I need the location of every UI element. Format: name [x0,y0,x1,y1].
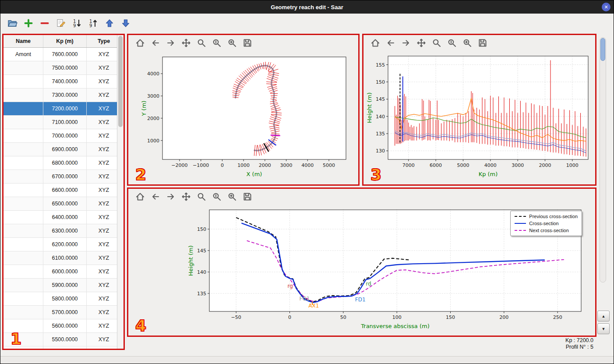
zoom-button[interactable] [431,37,442,49]
table-cell[interactable]: 6900.0000 [43,143,87,156]
table-cell[interactable]: XYZ [87,251,117,265]
table-cell[interactable]: XYZ [87,129,117,143]
forward-button[interactable] [165,191,176,202]
table-cell[interactable]: XYZ [87,170,117,184]
table-cell[interactable]: 6000.0000 [43,265,87,279]
table-row[interactable]: 5900.0000XYZ [4,279,117,292]
edit-cross-section-button[interactable] [54,17,67,30]
table-cell[interactable]: 5900.0000 [43,279,87,292]
table-row[interactable]: 6800.0000XYZ [4,156,117,170]
table-cell[interactable]: 7100.0000 [43,116,87,129]
table-cell[interactable]: XYZ [87,211,117,224]
table-cell[interactable]: XYZ [87,238,117,251]
move-up-button[interactable] [103,17,116,30]
table-cell[interactable]: XYZ [87,306,117,319]
profile-down-button[interactable]: ▼ [597,323,610,334]
home-button[interactable] [370,37,381,49]
table-row[interactable]: 5800.0000XYZ [4,292,117,306]
table-cell[interactable] [4,346,43,349]
table-cell[interactable]: XYZ [87,292,117,306]
zoom-one-button[interactable] [446,37,458,49]
pan-button[interactable] [416,37,427,49]
table-row[interactable]: 6400.0000XYZ [4,211,117,224]
open-button[interactable] [6,17,19,30]
table-cell[interactable] [4,224,43,238]
move-down-button[interactable] [119,17,132,30]
zoom-button[interactable] [196,191,207,202]
table-row[interactable]: 7500.0000XYZ [4,61,117,75]
plan-plot[interactable]: −2000−1000010002000300040005000100020003… [128,51,358,182]
add-cross-section-button[interactable] [22,17,35,30]
sort-descending-button[interactable]: 19 [71,17,84,30]
table-cell[interactable]: XYZ [87,102,117,116]
table-cell[interactable]: 7400.0000 [43,75,87,88]
column-header-type[interactable]: Type [87,35,117,48]
save-button[interactable] [477,37,488,49]
table-cell[interactable]: XYZ [87,197,117,211]
table-cell[interactable]: Amont [4,48,43,61]
table-cell[interactable]: XYZ [87,61,117,75]
home-button[interactable] [134,37,146,49]
zoom-plus-button[interactable] [226,37,238,49]
table-cell[interactable]: 5600.0000 [43,319,87,333]
table-row[interactable]: Amont7600.0000XYZ [4,48,117,61]
table-cell[interactable] [4,211,43,224]
table-cell[interactable] [4,292,43,306]
table-cell[interactable]: XYZ [87,279,117,292]
table-row[interactable]: 6500.0000XYZ [4,197,117,211]
zoom-plus-button[interactable] [226,191,238,202]
table-cell[interactable] [4,319,43,333]
zoom-button[interactable] [196,37,207,49]
table-cell[interactable]: XYZ [87,88,117,102]
table-cell[interactable] [4,197,43,211]
profile-up-button[interactable]: ▲ [597,311,610,322]
table-cell[interactable]: 5800.0000 [43,292,87,306]
pan-button[interactable] [180,191,192,202]
table-cell[interactable]: XYZ [87,143,117,156]
table-cell[interactable] [4,156,43,170]
column-header-kp-m-[interactable]: Kp (m) [43,35,87,48]
table-cell[interactable] [4,333,43,346]
table-row[interactable]: 6700.0000XYZ [4,170,117,184]
table-cell[interactable] [4,143,43,156]
home-button[interactable] [134,191,146,202]
long-plot-canvas[interactable]: 7000600050004000300020001000130135140145… [363,51,595,182]
right-scrollbar[interactable] [600,37,606,283]
zoom-plus-button[interactable] [462,37,473,49]
zoom-one-button[interactable] [211,37,222,49]
table-cell[interactable]: 6500.0000 [43,197,87,211]
table-cell[interactable] [4,75,43,88]
forward-button[interactable] [165,37,176,49]
sort-ascending-button[interactable]: 19 [87,17,100,30]
table-cell[interactable]: 6700.0000 [43,170,87,184]
table-row[interactable]: 7300.0000XYZ [4,88,117,102]
table-cell[interactable]: 7000.0000 [43,129,87,143]
back-button[interactable] [150,191,161,202]
table-cell[interactable]: 7200.0000 [43,102,87,116]
save-button[interactable] [242,37,253,49]
pan-button[interactable] [180,37,192,49]
back-button[interactable] [150,37,161,49]
table-row[interactable]: 7200.0000XYZ [4,102,117,116]
table-row[interactable]: 6900.0000XYZ [4,143,117,156]
forward-button[interactable] [400,37,412,49]
table-scrollbar[interactable] [117,35,124,349]
table-cell[interactable] [4,265,43,279]
table-cell[interactable]: 6100.0000 [43,251,87,265]
table-cell[interactable]: 7500.0000 [43,61,87,75]
table-row[interactable]: 7400.0000XYZ [4,75,117,88]
cross-section-table[interactable]: NameKp (m)TypeAmont7600.0000XYZ7500.0000… [4,35,117,349]
table-cell[interactable]: XYZ [87,265,117,279]
right-scrollbar-thumb[interactable] [600,38,605,61]
table-cell[interactable] [4,238,43,251]
table-cell[interactable] [4,129,43,143]
table-cell[interactable] [4,251,43,265]
table-cell[interactable]: 5400.0000 [43,346,87,349]
table-cell[interactable] [4,170,43,184]
table-cell[interactable]: XYZ [87,116,117,129]
table-cell[interactable]: XYZ [87,75,117,88]
back-button[interactable] [385,37,396,49]
table-cell[interactable] [4,61,43,75]
table-cell[interactable] [4,102,43,116]
remove-cross-section-button[interactable] [38,17,51,30]
